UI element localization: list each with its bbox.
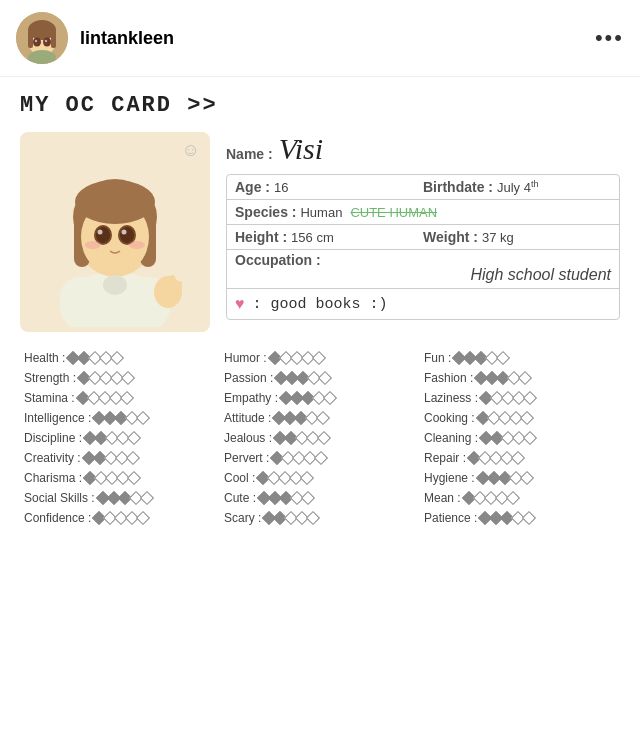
stat-diamonds <box>258 473 312 483</box>
svg-point-22 <box>120 227 134 243</box>
stat-item: Hygiene : <box>420 468 620 488</box>
stat-label: Scary : <box>224 511 261 525</box>
stat-label: Discipline : <box>24 431 82 445</box>
svg-point-21 <box>96 227 110 243</box>
diamond-empty <box>316 411 330 425</box>
stat-diamonds <box>94 513 148 523</box>
diamond-empty <box>317 431 331 445</box>
stat-diamonds <box>98 493 152 503</box>
svg-rect-3 <box>28 30 33 48</box>
diamond-empty <box>323 391 337 405</box>
stat-item: Intelligence : <box>20 408 220 428</box>
stat-label: Strength : <box>24 371 76 385</box>
stat-diamonds <box>79 373 133 383</box>
stat-label: Empathy : <box>224 391 278 405</box>
stat-item: Health : <box>20 348 220 368</box>
diamond-empty <box>300 471 314 485</box>
species-label: Species : <box>235 204 296 220</box>
diamond-empty <box>511 451 525 465</box>
diamond-empty <box>522 511 536 525</box>
species-row: Species : Human CUTE HUMAN <box>227 200 619 225</box>
species-strikethrough: CUTE HUMAN <box>350 205 437 220</box>
more-options-button[interactable]: ••• <box>595 25 624 51</box>
stat-item: Confidence : <box>20 508 220 528</box>
occupation-label: Occupation : <box>235 252 321 268</box>
stat-diamonds <box>454 353 508 363</box>
stat-diamonds <box>464 493 518 503</box>
stat-item: Empathy : <box>220 388 420 408</box>
diamond-empty <box>318 371 332 385</box>
stat-diamonds <box>476 373 530 383</box>
header: lintankleen ••• <box>0 0 640 77</box>
stat-diamonds <box>264 513 318 523</box>
stat-item: Cleaning : <box>420 428 620 448</box>
stat-diamonds <box>481 393 535 403</box>
svg-point-18 <box>75 180 155 224</box>
character-info: Name : Visi Age : 16 Birthdate : July 4t… <box>226 132 620 332</box>
stat-item: Stamina : <box>20 388 220 408</box>
svg-rect-30 <box>170 275 175 292</box>
stat-label: Patience : <box>424 511 477 525</box>
diamond-empty <box>520 411 534 425</box>
main-content: MY OC CARD >> ☺ <box>0 77 640 544</box>
stat-diamonds <box>480 513 534 523</box>
stat-diamonds <box>85 433 139 443</box>
stat-label: Pervert : <box>224 451 269 465</box>
stat-item: Scary : <box>220 508 420 528</box>
svg-rect-29 <box>163 277 168 292</box>
likes-value: : good books :) <box>253 296 388 313</box>
diamond-empty <box>301 491 315 505</box>
stat-diamonds <box>274 413 328 423</box>
svg-point-6 <box>33 38 41 47</box>
diamond-empty <box>120 391 134 405</box>
stat-label: Cool : <box>224 471 255 485</box>
stat-label: Passion : <box>224 371 273 385</box>
stat-item: Passion : <box>220 368 420 388</box>
diamond-empty <box>127 471 141 485</box>
occupation-row: Occupation : High school student <box>227 250 619 289</box>
stat-label: Hygiene : <box>424 471 475 485</box>
stat-label: Laziness : <box>424 391 478 405</box>
svg-point-26 <box>129 241 145 249</box>
diamond-empty <box>126 451 140 465</box>
occupation-value: High school student <box>235 266 611 284</box>
stat-diamonds <box>281 393 335 403</box>
svg-rect-4 <box>51 30 56 48</box>
diamond-empty <box>136 411 150 425</box>
stat-label: Fashion : <box>424 371 473 385</box>
age-item: Age : 16 <box>235 179 423 195</box>
stat-item: Mean : <box>420 488 620 508</box>
height-value: 156 cm <box>291 230 334 245</box>
stat-label: Health : <box>24 351 65 365</box>
diamond-empty <box>140 491 154 505</box>
stat-diamonds <box>276 373 330 383</box>
height-weight-row: Height : 156 cm Weight : 37 kg <box>227 225 619 250</box>
name-label: Name : <box>226 146 273 162</box>
heart-icon: ♥ <box>235 295 245 313</box>
stat-item: Laziness : <box>420 388 620 408</box>
stat-label: Intelligence : <box>24 411 91 425</box>
diamond-empty <box>136 511 150 525</box>
stat-item: Strength : <box>20 368 220 388</box>
stat-label: Jealous : <box>224 431 272 445</box>
diamond-empty <box>121 371 135 385</box>
diamond-empty <box>518 371 532 385</box>
stat-item: Jealous : <box>220 428 420 448</box>
card-area: ☺ <box>20 132 620 332</box>
name-value: Visi <box>279 132 323 166</box>
weight-value: 37 kg <box>482 230 514 245</box>
diamond-empty <box>127 431 141 445</box>
stat-label: Repair : <box>424 451 466 465</box>
stat-label: Cleaning : <box>424 431 478 445</box>
weight-item: Weight : 37 kg <box>423 229 611 245</box>
stat-label: Attitude : <box>224 411 271 425</box>
svg-point-27 <box>103 275 127 295</box>
stat-item: Social Skills : <box>20 488 220 508</box>
diamond-empty <box>520 471 534 485</box>
age-birthdate-row: Age : 16 Birthdate : July 4th <box>227 175 619 200</box>
avatar[interactable] <box>16 12 68 64</box>
stat-label: Confidence : <box>24 511 91 525</box>
stat-item: Patience : <box>420 508 620 528</box>
stat-label: Mean : <box>424 491 461 505</box>
stat-item: Creativity : <box>20 448 220 468</box>
